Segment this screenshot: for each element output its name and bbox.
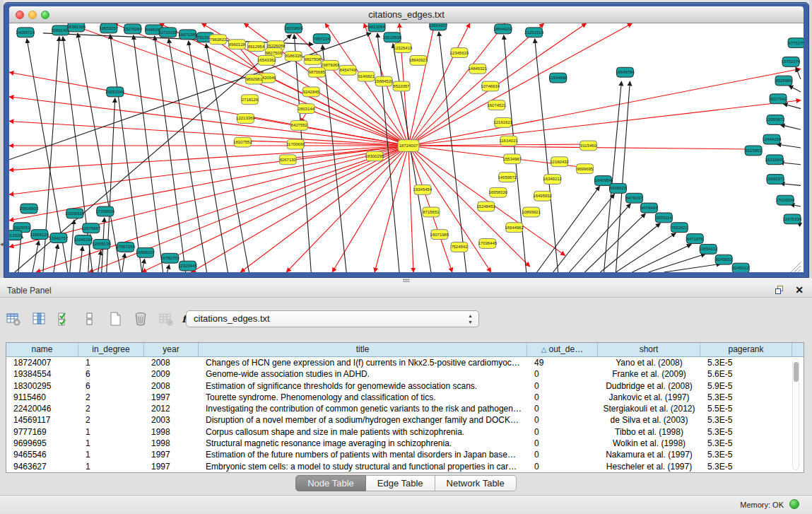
graph-node-teal[interactable]: 6479197 — [625, 193, 642, 203]
graph-edge[interactable] — [408, 23, 544, 146]
graph-node-yellow[interactable]: 12345619 — [450, 48, 469, 58]
graph-edge[interactable] — [780, 183, 801, 185]
graph-node-yellow[interactable]: 2718126 — [241, 95, 258, 105]
graph-node-teal[interactable]: 15276260 — [123, 24, 142, 34]
graph-node-teal[interactable]: 10024337 — [429, 23, 448, 30]
graph-node-teal[interactable]: 7857224 — [313, 34, 330, 44]
graph-node-teal[interactable]: 9329966 — [775, 76, 792, 86]
graph-node-yellow[interactable]: 9146821 — [358, 71, 375, 81]
graph-node-yellow[interactable]: 9115460 — [580, 141, 597, 151]
graph-node-teal[interactable]: 9474444 — [640, 203, 657, 213]
graph-node-teal[interactable]: 11645194 — [74, 235, 93, 245]
graph-node-teal[interactable]: 15692371 — [766, 175, 785, 185]
graph-edge[interactable] — [142, 146, 408, 272]
rows-icon[interactable] — [82, 311, 98, 327]
column-header-title[interactable]: title — [199, 343, 527, 356]
graph-node-yellow[interactable]: 15534987 — [502, 154, 522, 164]
graph-node-teal[interactable]: 17016504 — [776, 195, 795, 205]
table-row[interactable]: 1830029562008Estimation of significance … — [6, 380, 804, 392]
graph-node-yellow[interactable]: 8427552 — [290, 120, 307, 130]
graph-node-teal[interactable]: 12975887 — [81, 223, 100, 233]
graph-node-yellow[interactable]: 10746934 — [481, 81, 500, 91]
graph-edge[interactable] — [648, 254, 705, 272]
graph-node-teal[interactable]: 16033809 — [284, 23, 303, 33]
graph-node-yellow[interactable]: 9892981 — [245, 74, 262, 84]
graph-node-yellow[interactable]: 9242845 — [302, 87, 319, 97]
panel-collapse-arrow-icon[interactable]: ◂ — [0, 240, 4, 247]
new-table-icon[interactable] — [107, 311, 123, 327]
graph-edge[interactable] — [122, 253, 125, 272]
graph-edge[interactable] — [110, 35, 142, 272]
table-row[interactable]: 1872400712008Changes of HCN gene express… — [6, 357, 804, 368]
table-settings-icon[interactable] — [6, 311, 21, 327]
graph-node-teal[interactable]: 12444154 — [763, 134, 782, 144]
graph-edge[interactable] — [54, 244, 58, 272]
table-row[interactable]: 911546021997Tourette syndrome. Phenomeno… — [6, 392, 804, 403]
column-header-pagerank[interactable]: pagerank — [700, 343, 792, 356]
table-row[interactable]: 2242004622012Investigating the contribut… — [6, 403, 804, 414]
network-canvas[interactable]: 2405572430691406183813061065325715276260… — [9, 23, 804, 272]
graph-node-yellow[interactable]: 16074521 — [487, 100, 506, 110]
graph-node-teal[interactable]: 17957254 — [116, 242, 135, 252]
graph-node-yellow[interactable]: 14959572 — [498, 173, 517, 182]
graph-edge[interactable] — [664, 264, 721, 272]
table-row[interactable]: 946554611997Estimation of the future num… — [6, 449, 804, 460]
graph-node-teal[interactable]: 10653257 — [99, 23, 118, 33]
graph-node-teal[interactable]: 29053346 — [105, 87, 124, 97]
graph-node-teal[interactable]: 9773275 — [788, 38, 804, 48]
graph-node-teal[interactable]: 15751074 — [782, 57, 801, 66]
graph-node-yellow[interactable]: 8267130 — [279, 155, 296, 165]
graph-node-yellow[interactable]: 12213369 — [236, 114, 255, 124]
graph-node-teal[interactable]: 11675334 — [783, 214, 802, 224]
graph-node-teal[interactable]: 16671385 — [178, 30, 197, 40]
graph-edge[interactable] — [169, 39, 207, 272]
graph-edge[interactable] — [286, 146, 408, 272]
table-row[interactable]: 1938455462009Genome-wide association stu… — [6, 368, 804, 380]
graph-edge[interactable] — [240, 146, 408, 272]
graph-edge[interactable] — [36, 146, 408, 272]
graph-node-yellow[interactable]: 11700666 — [286, 139, 305, 149]
graph-edge[interactable] — [9, 146, 408, 194]
graph-node-yellow[interactable]: 18300295 — [365, 151, 384, 161]
graph-node-yellow[interactable]: 9827508 — [304, 54, 321, 64]
graph-node-teal[interactable]: 17359924 — [95, 206, 114, 216]
graph-edge[interactable] — [408, 23, 632, 146]
graph-edge[interactable] — [134, 35, 163, 272]
graph-node-teal[interactable]: 12323445 — [178, 261, 197, 271]
tab-edge-table[interactable]: Edge Table — [366, 475, 435, 491]
table-select-combo[interactable]: citations_edges.txt ▲▼ — [186, 310, 479, 327]
graph-node-yellow[interactable]: 8522057 — [393, 81, 410, 91]
graph-node-yellow[interactable]: 17036445 — [478, 239, 497, 249]
graph-node-teal[interactable]: 7932621 — [671, 223, 688, 233]
graph-node-teal[interactable]: 11568129 — [30, 230, 49, 240]
graph-node-teal[interactable]: 2935114 — [655, 213, 672, 223]
graph-edge[interactable] — [408, 23, 435, 146]
graph-node-yellow[interactable]: 18107552 — [233, 137, 252, 147]
graph-node-teal[interactable]: 25606503 — [20, 204, 39, 214]
graph-node-yellow[interactable]: 18724007 — [398, 140, 419, 152]
graph-edge[interactable] — [570, 204, 631, 272]
column-header-year[interactable]: year — [144, 343, 199, 356]
graph-node-teal[interactable]: 18381306 — [67, 23, 86, 32]
splitter-handle-icon[interactable] — [403, 279, 410, 282]
column-selector-icon[interactable] — [31, 311, 47, 327]
graph-node-teal[interactable]: 9245012 — [732, 263, 749, 272]
graph-node-teal[interactable]: 8471676 — [686, 234, 703, 244]
float-panel-icon[interactable] — [775, 286, 785, 295]
graph-node-teal[interactable]: 16210643 — [765, 155, 784, 165]
graph-edge[interactable] — [408, 146, 413, 272]
table-row[interactable]: 1456911722003Disruption of a novel membe… — [6, 414, 804, 426]
graph-node-teal[interactable]: 19218506 — [383, 33, 402, 42]
graph-node-yellow[interactable]: 19345454 — [413, 185, 433, 194]
graph-edge[interactable] — [9, 121, 408, 146]
graph-edge[interactable] — [80, 246, 83, 272]
graph-node-yellow[interactable]: 16944962 — [505, 223, 524, 233]
graph-node-yellow[interactable]: 16495932 — [533, 191, 552, 201]
graph-edge[interactable] — [408, 23, 470, 146]
graph-node-teal[interactable]: 10719155 — [158, 28, 177, 37]
table-row[interactable]: 977716911998Corpus callosum shape and si… — [6, 426, 804, 438]
graph-edge[interactable] — [601, 223, 661, 272]
graph-node-yellow[interactable]: 10899921 — [522, 207, 541, 217]
column-header-short[interactable]: short — [598, 343, 700, 356]
close-panel-icon[interactable]: ✕ — [795, 284, 804, 296]
